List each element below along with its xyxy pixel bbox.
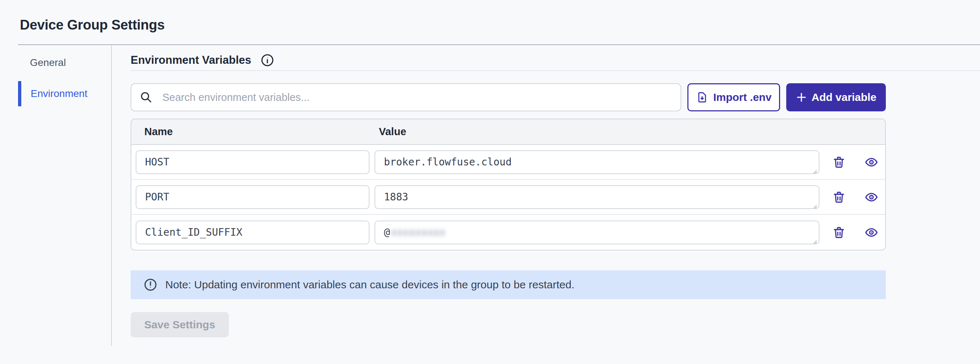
eye-icon	[864, 155, 878, 169]
import-env-button[interactable]: Import .env	[687, 83, 780, 111]
search-icon	[140, 91, 153, 104]
resize-grip[interactable]	[810, 165, 818, 172]
sidebar-item-label: Environment	[31, 88, 88, 100]
sidebar-item-general[interactable]: General	[18, 50, 111, 75]
var-name-input[interactable]: PORT	[136, 185, 369, 209]
document-arrow-down-icon	[696, 91, 708, 103]
panel-content: Import .env Add variable	[130, 83, 886, 337]
sidebar-item-label: General	[30, 57, 66, 68]
reveal-value-button[interactable]	[864, 155, 878, 169]
column-header-value: Value	[374, 126, 821, 138]
note-text: Note: Updating environment variables can…	[165, 279, 574, 291]
column-header-name: Name	[131, 126, 374, 138]
reveal-value-button[interactable]	[864, 226, 878, 239]
table-row: Client_ID_SUFFIX @ xxxxxxxxx	[131, 215, 885, 250]
var-value-input[interactable]: 1883	[374, 185, 819, 209]
trash-icon	[832, 155, 846, 169]
delete-variable-button[interactable]	[832, 226, 846, 239]
add-variable-label: Add variable	[811, 91, 877, 103]
row-actions	[821, 226, 885, 239]
eye-icon	[864, 190, 878, 204]
add-variable-button[interactable]: Add variable	[786, 83, 886, 111]
table-row: HOST broker.flowfuse.cloud	[131, 145, 885, 180]
table-row: PORT 1883	[131, 180, 885, 215]
trash-icon	[832, 190, 846, 204]
trash-icon	[832, 226, 846, 239]
page-title: Device Group Settings	[20, 17, 980, 33]
settings-sidebar: General Environment	[18, 45, 111, 346]
reveal-value-button[interactable]	[864, 190, 878, 204]
var-name-text: Client_ID_SUFFIX	[145, 226, 242, 238]
var-name-input[interactable]: HOST	[136, 150, 369, 174]
search-box	[130, 83, 681, 111]
alert-circle-icon	[143, 278, 158, 291]
info-icon[interactable]	[261, 53, 274, 67]
var-value-text: broker.flowfuse.cloud	[384, 156, 512, 168]
resize-grip[interactable]	[810, 235, 818, 242]
table-header: Name Value	[131, 119, 885, 145]
plus-icon	[795, 92, 807, 103]
panel-header: Environment Variables	[130, 45, 980, 71]
import-env-label: Import .env	[713, 91, 772, 103]
var-value-text: 1883	[384, 191, 408, 203]
panel-heading: Environment Variables	[130, 52, 251, 68]
var-name-input[interactable]: Client_ID_SUFFIX	[136, 220, 369, 244]
resize-grip[interactable]	[810, 200, 818, 207]
device-group-settings-page: Device Group Settings General Environmen…	[0, 17, 980, 364]
sidebar-item-environment[interactable]: Environment	[18, 81, 111, 106]
delete-variable-button[interactable]	[832, 155, 846, 169]
delete-variable-button[interactable]	[832, 190, 846, 204]
eye-icon	[864, 226, 878, 239]
note-banner: Note: Updating environment variables can…	[130, 270, 886, 299]
var-value-input[interactable]: broker.flowfuse.cloud	[374, 150, 819, 174]
environment-panel: Environment Variables	[112, 45, 980, 346]
save-settings-button[interactable]: Save Settings	[130, 312, 229, 337]
var-value-text: @	[384, 226, 390, 238]
redacted-value-text: xxxxxxxxx	[391, 226, 445, 238]
var-value-input[interactable]: @ xxxxxxxxx	[374, 220, 819, 244]
active-tab-indicator	[18, 81, 21, 106]
row-actions	[821, 155, 885, 169]
toolbar: Import .env Add variable	[130, 83, 886, 111]
search-input[interactable]	[131, 84, 681, 111]
settings-layout: General Environment Environment Variable…	[18, 45, 980, 346]
var-name-text: PORT	[145, 191, 169, 203]
var-name-text: HOST	[145, 156, 169, 168]
row-actions	[821, 190, 885, 204]
env-variables-table: Name Value HOST broker.flowfuse.cloud	[130, 119, 886, 250]
